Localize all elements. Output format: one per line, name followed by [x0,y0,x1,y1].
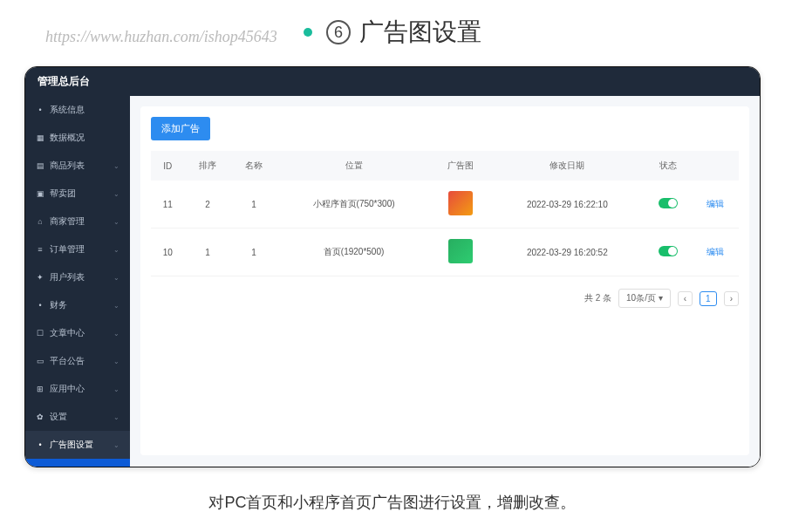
edit-link[interactable]: 编辑 [706,247,724,256]
cell-pos: 首页(1920*500) [277,228,431,276]
sidebar-item-label: 系统信息 [50,104,85,116]
menu-icon: • [36,440,44,449]
add-ad-button[interactable]: 添加广告 [151,117,210,140]
cell-id: 11 [151,181,184,228]
sidebar: •系统信息▦数据概况▤商品列表⌄▣帮卖团⌄⌂商家管理⌄≡订单管理⌄✦用户列表⌄•… [25,96,130,467]
menu-icon: ☐ [36,329,44,338]
cell-date: 2022-03-29 16:22:10 [491,181,643,228]
chevron-down-icon: ⌄ [113,190,119,198]
sidebar-item-label: 帮卖团 [50,188,76,200]
sidebar-item-9[interactable]: ▭平台公告⌄ [25,347,130,375]
sidebar-item-label: 财务 [50,299,67,311]
sidebar-item-label: 应用中心 [50,383,85,395]
sidebar-item-label: 数据概况 [50,132,85,144]
chevron-down-icon: ⌄ [113,385,119,393]
sidebar-item-11[interactable]: ✿设置⌄ [25,403,130,431]
edit-link[interactable]: 编辑 [706,199,724,208]
chevron-down-icon: ⌄ [113,330,119,338]
chevron-down-icon: ⌄ [113,358,119,365]
page-size-select[interactable]: 10条/页 ▾ [618,289,671,308]
sidebar-item-label: 平台公告 [50,355,85,367]
menu-icon: ▤ [36,161,44,170]
chevron-down-icon: ⌄ [113,162,119,170]
table-row: 1121小程序首页(750*300)2022-03-29 16:22:10编辑 [151,181,739,228]
cell-name: 1 [231,228,277,276]
sidebar-item-label: 订单管理 [50,243,85,256]
cell-thumb [431,228,492,276]
ad-thumbnail[interactable] [448,191,473,215]
col-2: 名称 [231,151,277,181]
menu-icon: ≡ [36,245,44,254]
menu-icon: ▦ [36,133,44,142]
table-row: 1011首页(1920*500)2022-03-29 16:20:52编辑 [151,228,739,276]
col-4: 广告图 [431,151,492,181]
sidebar-item-6[interactable]: ✦用户列表⌄ [25,263,130,291]
cell-date: 2022-03-29 16:20:52 [491,228,643,276]
sidebar-item-3[interactable]: ▣帮卖团⌄ [25,180,130,208]
top-bar: 管理总后台 [25,67,760,96]
sidebar-sub-0[interactable]: 广告设置 [25,459,130,467]
pager-next[interactable]: › [724,291,739,306]
col-5: 修改日期 [491,151,643,181]
cell-thumb [431,181,492,228]
page-header: https://www.huzhan.com/ishop45643 6 广告图设… [0,0,785,59]
sidebar-item-4[interactable]: ⌂商家管理⌄ [25,208,130,235]
sidebar-item-label: 商品列表 [50,160,85,172]
col-7 [693,151,739,181]
app-title: 管理总后台 [38,75,90,87]
pager-page-1[interactable]: 1 [700,291,717,306]
app-body: •系统信息▦数据概况▤商品列表⌄▣帮卖团⌄⌂商家管理⌄≡订单管理⌄✦用户列表⌄•… [25,96,760,467]
sidebar-item-10[interactable]: ⊞应用中心⌄ [25,375,130,403]
menu-icon: ▭ [36,357,44,365]
col-6: 状态 [643,151,692,181]
chevron-down-icon: ⌄ [113,274,119,282]
main-panel: 添加广告 ID排序名称位置广告图修改日期状态 1121小程序首页(750*300… [130,96,760,467]
pagination: 共 2 条 10条/页 ▾ ‹ 1 › [151,289,739,308]
sidebar-item-0[interactable]: •系统信息 [25,96,130,124]
content-card: 添加广告 ID排序名称位置广告图修改日期状态 1121小程序首页(750*300… [140,106,749,455]
cell-action: 编辑 [693,228,739,276]
chevron-down-icon: ▾ [659,293,663,303]
sidebar-item-label: 用户列表 [50,271,85,283]
sidebar-item-label: 文章中心 [50,327,85,339]
ad-table: ID排序名称位置广告图修改日期状态 1121小程序首页(750*300)2022… [151,151,739,276]
cell-sort: 1 [184,228,230,276]
pager-total: 共 2 条 [584,292,611,304]
col-0: ID [151,151,184,181]
chevron-down-icon: ⌄ [113,246,119,254]
sidebar-item-8[interactable]: ☐文章中心⌄ [25,319,130,347]
dot-icon [304,28,312,37]
cell-name: 1 [231,181,277,228]
sidebar-item-7[interactable]: •财务⌄ [25,291,130,319]
app-window: 管理总后台 •系统信息▦数据概况▤商品列表⌄▣帮卖团⌄⌂商家管理⌄≡订单管理⌄✦… [24,66,761,467]
sidebar-item-12[interactable]: •广告图设置⌄ [25,431,130,459]
chevron-down-icon: ⌄ [113,413,119,421]
cell-status [643,228,692,276]
sidebar-item-label: 设置 [50,411,67,423]
menu-icon: ⊞ [36,385,44,393]
col-1: 排序 [184,151,230,181]
sidebar-item-5[interactable]: ≡订单管理⌄ [25,235,130,263]
sidebar-item-label: 商家管理 [50,215,85,228]
page-title: 广告图设置 [359,18,481,45]
pager-prev[interactable]: ‹ [678,291,693,306]
menu-icon: ⌂ [36,217,44,226]
menu-icon: ✿ [36,413,44,421]
cell-id: 10 [151,228,184,276]
cell-pos: 小程序首页(750*300) [277,181,431,228]
step-number: 6 [326,20,351,44]
menu-icon: • [36,301,44,310]
status-toggle[interactable] [659,246,678,256]
caption: 对PC首页和小程序首页广告图进行设置，增删改查。 [0,492,785,513]
cell-status [643,181,692,228]
status-toggle[interactable] [659,198,678,208]
sidebar-item-1[interactable]: ▦数据概况 [25,124,130,152]
sidebar-item-label: 广告图设置 [50,439,93,451]
sidebar-item-2[interactable]: ▤商品列表⌄ [25,152,130,180]
ad-thumbnail[interactable] [448,239,473,263]
watermark: https://www.huzhan.com/ishop45643 [45,28,277,46]
col-3: 位置 [277,151,431,181]
chevron-down-icon: ⌄ [113,218,119,226]
chevron-down-icon: ⌄ [113,441,119,449]
menu-icon: ▣ [36,189,44,198]
